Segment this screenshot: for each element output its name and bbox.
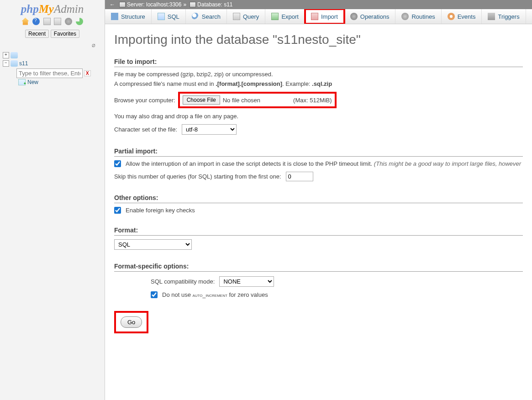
tree-new-label: New (27, 79, 38, 85)
breadcrumb-server-link[interactable]: localhost:3306 (146, 1, 181, 8)
allow-interrupt-row: Allow the interruption of an import in c… (114, 160, 523, 167)
go-highlight: Go (114, 311, 148, 333)
breadcrumb-db-label: Database: (197, 1, 222, 8)
tab-operations-label: Operations (360, 13, 390, 20)
settings-icon[interactable] (65, 18, 72, 25)
txt: for zero values (227, 291, 268, 298)
allow-interrupt-checkbox[interactable] (114, 160, 121, 167)
breadcrumb-db-link[interactable]: s11 (224, 1, 232, 8)
tab-query[interactable]: Query (227, 9, 265, 24)
page-title: Importing into the database "s11nesto_si… (114, 32, 523, 47)
tab-search-label: Search (202, 13, 221, 20)
logo-part-admin: Admin (54, 3, 84, 15)
sql-icon[interactable] (43, 18, 51, 25)
skip-label: Skip this number of queries (for SQL) st… (114, 173, 281, 180)
tab-routines-label: Routines (411, 13, 435, 20)
tab-search-icon (192, 13, 199, 20)
tab-routines-icon (401, 13, 409, 20)
tree-filter-clear-icon[interactable]: X (84, 70, 91, 76)
file-compressed-line-b: A compressed file's name must end in .[f… (114, 80, 523, 87)
section-other-title: Other options: (114, 194, 523, 203)
new-table-icon (18, 79, 26, 85)
tab-triggers-label: Triggers (498, 13, 519, 20)
allow-interrupt-label: Allow the interruption of an import in c… (126, 160, 372, 167)
section-partial: Partial import: Allow the interruption o… (114, 147, 523, 181)
txt: Do not use (162, 291, 193, 298)
tree-expand-root-icon[interactable]: + (3, 52, 9, 58)
compat-select[interactable]: NONE (219, 276, 274, 287)
sidebar-toolbar (0, 16, 105, 28)
tab-import-label: Import (321, 13, 338, 20)
charset-select[interactable]: utf-8 (182, 124, 237, 135)
go-button[interactable]: Go (121, 316, 142, 328)
allow-interrupt-hint: (This might be a good way to import larg… (374, 160, 521, 167)
server-icon (119, 2, 126, 7)
txt: .[format].[compression] (216, 80, 282, 87)
tab-events-icon (448, 13, 455, 20)
txt: A compressed file's name must end in (114, 80, 216, 87)
database-group-icon (11, 52, 18, 58)
db-tree: + − s11 X New (0, 51, 105, 85)
charset-row: Character set of the file: utf-8 (114, 124, 523, 135)
tab-export-icon (271, 13, 279, 20)
content: Importing into the database "s11nesto_si… (105, 24, 532, 400)
tab-routines[interactable]: Routines (395, 9, 441, 24)
breadcrumb-server-label: Server: (127, 1, 145, 8)
file-drag-hint: You may also drag and drop a file on any… (114, 113, 523, 120)
tab-triggers[interactable]: Triggers (482, 9, 526, 24)
sidebar: phpMyAdmin Recent Favorites ⌀ + − s11 (0, 0, 105, 400)
auto-inc-checkbox[interactable] (151, 291, 158, 298)
auto-inc-label: Do not use auto_increment for zero value… (162, 291, 268, 298)
main: ← Server: localhost:3306 » Database: s11… (105, 0, 532, 400)
tabs: StructureSQLSearchQueryExportImportOpera… (105, 9, 532, 24)
home-icon[interactable] (21, 18, 29, 25)
file-input-highlight: Choose File No file chosen (Max: 512MiB) (178, 92, 337, 108)
tab-import-icon (311, 13, 318, 20)
database-icon (11, 60, 18, 67)
tree-db-s11[interactable]: s11 (19, 60, 28, 67)
tab-operations-icon (350, 13, 358, 20)
help-icon[interactable] (32, 18, 40, 25)
sidebar-buttons: Recent Favorites (0, 28, 105, 40)
section-file: File to import: File may be compressed (… (114, 58, 523, 135)
charset-label: Character set of the file: (114, 126, 177, 133)
tab-sql[interactable]: SQL (152, 9, 186, 24)
choose-file-button[interactable]: Choose File (183, 95, 220, 105)
section-format-title: Format: (114, 226, 523, 236)
tab-search[interactable]: Search (186, 9, 227, 24)
tab-triggers-icon (488, 13, 495, 20)
fk-checkbox[interactable] (114, 207, 121, 214)
tab-structure-icon (111, 13, 118, 20)
tree-new-item[interactable]: New (18, 79, 102, 85)
tab-operations[interactable]: Operations (344, 9, 396, 24)
tab-sql-icon (158, 13, 165, 20)
tab-structure[interactable]: Structure (105, 9, 152, 24)
fk-row: Enable foreign key checks (114, 207, 523, 214)
section-partial-title: Partial import: (114, 147, 523, 157)
reload-icon[interactable] (76, 18, 83, 25)
favorites-button[interactable]: Favorites (51, 30, 79, 38)
breadcrumb-sep: » (183, 1, 186, 8)
link-icon[interactable]: ⌀ (0, 40, 105, 51)
tab-events[interactable]: Events (442, 9, 482, 24)
tab-export-label: Export (281, 13, 299, 20)
logo[interactable]: phpMyAdmin (0, 0, 105, 16)
section-format: Format: SQL (114, 226, 523, 250)
file-chosen-text: No file chosen (223, 97, 260, 104)
compat-row: SQL compatibility mode: NONE (151, 276, 523, 287)
breadcrumb: ← Server: localhost:3306 » Database: s11 (105, 0, 532, 9)
docs-icon[interactable] (54, 18, 61, 25)
tree-collapse-s11-icon[interactable]: − (3, 60, 9, 67)
format-select[interactable]: SQL (114, 239, 192, 250)
tab-import[interactable]: Import (305, 9, 344, 24)
skip-input[interactable] (286, 172, 313, 181)
skip-row: Skip this number of queries (for SQL) st… (114, 172, 523, 181)
tree-filter-input[interactable] (16, 68, 83, 78)
tab-export[interactable]: Export (265, 9, 305, 24)
logo-part-my: My (39, 3, 54, 15)
file-compressed-line-a: File may be compressed (gzip, bzip2, zip… (114, 71, 523, 78)
breadcrumb-back-icon[interactable]: ← (110, 1, 115, 8)
recent-button[interactable]: Recent (25, 30, 49, 38)
fk-label: Enable foreign key checks (126, 207, 195, 214)
file-max-size: (Max: 512MiB) (293, 97, 332, 104)
